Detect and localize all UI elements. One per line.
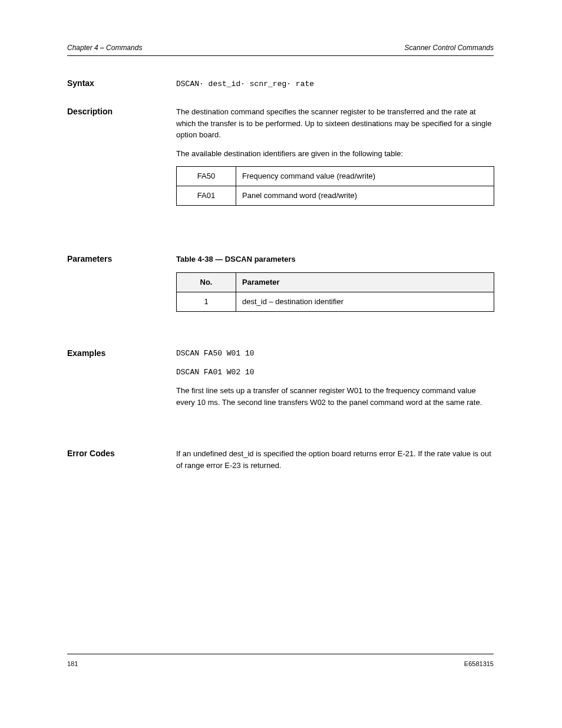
examples-body: DSCAN FA50 W01 10 DSCAN FA01 W02 10 The …: [176, 348, 494, 415]
description-body: The destination command specifies the sc…: [176, 106, 494, 206]
param-desc-cell: dest_id – destination identifier: [236, 292, 494, 311]
syntax-value: DSCAN· dest_id· scnr_reg· rate: [176, 80, 314, 88]
header-chapter: Chapter 4 – Commands: [67, 44, 142, 52]
footer-doc-number: E6581315: [464, 660, 494, 667]
footer-page-number: 181: [67, 660, 78, 667]
sidehead-description: Description: [67, 106, 156, 117]
table-row: 1 dest_id – destination identifier: [177, 292, 494, 311]
errors-text: If an undefined dest_id is specified the…: [176, 448, 494, 471]
dest-id-cell: FA50: [177, 167, 236, 186]
example-line-2: DSCAN FA01 W02 10: [176, 367, 494, 378]
dest-desc-cell: Panel command word (read/write): [236, 186, 494, 206]
errors-body: If an undefined dest_id is specified the…: [176, 448, 494, 478]
parameters-caption: Table 4-38 — DSCAN parameters: [176, 253, 494, 265]
table-row: FA50 Frequency command value (read/write…: [177, 167, 494, 186]
sidehead-parameters: Parameters: [67, 253, 156, 265]
table-header-row: No. Parameter: [177, 272, 494, 292]
example-note: The first line sets up a transfer of sca…: [176, 385, 494, 408]
header-section: Scanner Control Commands: [405, 44, 494, 52]
footer-rule: [67, 654, 494, 654]
sidehead-examples: Examples: [67, 348, 156, 359]
syntax-text: DSCAN· dest_id· scnr_reg· rate: [176, 78, 494, 90]
description-para-1: The destination command specifies the sc…: [176, 106, 494, 141]
dest-id-table: FA50 Frequency command value (read/write…: [176, 166, 494, 206]
parameters-body: Table 4-38 — DSCAN parameters No. Parame…: [176, 253, 494, 312]
header-rule: [67, 55, 494, 56]
param-no-cell: 1: [177, 292, 236, 311]
parameters-table: No. Parameter 1 dest_id – destination id…: [176, 272, 494, 312]
dest-id-cell: FA01: [177, 186, 236, 206]
param-header-desc: Parameter: [236, 272, 494, 292]
table-row: FA01 Panel command word (read/write): [177, 186, 494, 206]
param-header-no: No.: [177, 272, 236, 292]
example-line-1: DSCAN FA50 W01 10: [176, 348, 494, 360]
description-para-2: The available destination identifiers ar…: [176, 148, 494, 160]
sidehead-errors: Error Codes: [67, 448, 156, 459]
dest-desc-cell: Frequency command value (read/write): [236, 167, 494, 186]
sidehead-syntax: Syntax: [67, 78, 156, 89]
